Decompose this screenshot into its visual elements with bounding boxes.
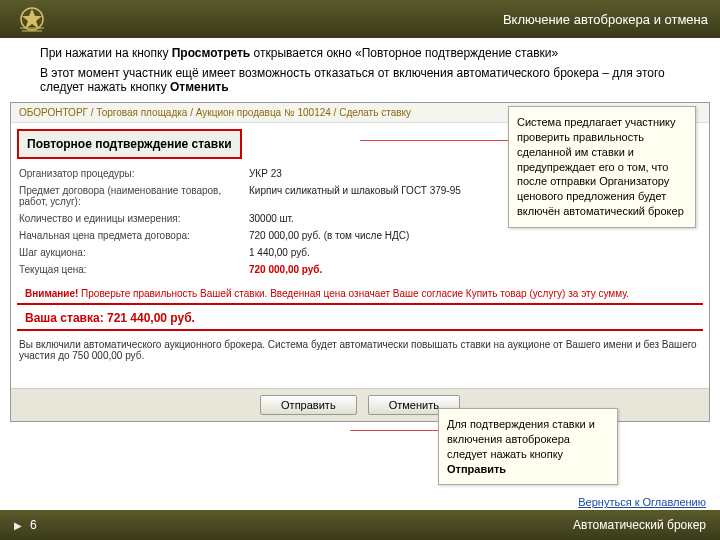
field-value-current-price: 720 000,00 руб. (249, 264, 322, 275)
slide-title: Включение автоброкера и отмена (503, 12, 708, 27)
connector-line (360, 140, 520, 141)
bid-row: Ваша ставка: 721 440,00 руб. (17, 307, 703, 331)
field-value: Кирпич силикатный и шлаковый ГОСТ 379-95 (249, 185, 461, 207)
return-to-toc-link[interactable]: Вернуться к Оглавлению (578, 496, 706, 508)
field-row: Текущая цена:720 000,00 руб. (19, 261, 701, 278)
callout-text: Для подтверждения ставки и включения авт… (447, 418, 595, 460)
field-label: Предмет договора (наименование товаров, … (19, 185, 249, 207)
callout-text: Система предлагает участнику проверить п… (517, 116, 684, 217)
callout-info-2: Для подтверждения ставки и включения авт… (438, 408, 618, 485)
field-row: Начальная цена предмета договора:720 000… (19, 227, 701, 244)
slide-footer: ▶6 Автоматический брокер (0, 510, 720, 540)
field-label: Шаг аукциона: (19, 247, 249, 258)
text-bold: Отменить (170, 80, 229, 94)
field-value: 1 440,00 руб. (249, 247, 310, 258)
text: При нажатии на кнопку (40, 46, 172, 60)
logo-emblem (12, 4, 52, 34)
footer-left: ▶6 (14, 518, 37, 532)
callout-info-1: Система предлагает участнику проверить п… (508, 106, 696, 228)
paragraph-2: В этот момент участник ещё имеет возможн… (40, 66, 680, 94)
section-title: Повторное подтверждение ставки (17, 129, 242, 159)
field-label: Организатор процедуры: (19, 168, 249, 179)
footer-title: Автоматический брокер (573, 518, 706, 532)
paragraph-1: При нажатии на кнопку Просмотреть открыв… (40, 46, 680, 60)
field-label: Количество и единицы измерения: (19, 213, 249, 224)
text: Проверьте правильность Вашей ставки. Вве… (78, 288, 629, 299)
text-bold: Внимание! (25, 288, 78, 299)
text-bold: Просмотреть (172, 46, 251, 60)
connector-line (350, 430, 440, 431)
field-label: Текущая цена: (19, 264, 249, 275)
bid-label: Ваша ставка: (25, 311, 107, 325)
field-row: Шаг аукциона:1 440,00 руб. (19, 244, 701, 261)
autobroker-note: Вы включили автоматического аукционного … (11, 335, 709, 365)
field-label: Начальная цена предмета договора: (19, 230, 249, 241)
text: открывается окно «Повторное подтверждени… (250, 46, 558, 60)
field-value: УКР 23 (249, 168, 282, 179)
slide-body: При нажатии на кнопку Просмотреть открыв… (0, 38, 720, 102)
text: В этот момент участник ещё имеет возможн… (40, 66, 665, 94)
page-number: 6 (30, 518, 37, 532)
bid-value: 721 440,00 руб. (107, 311, 195, 325)
send-button[interactable]: Отправить (260, 395, 357, 415)
triangle-icon: ▶ (14, 520, 22, 531)
slide-header: Включение автоброкера и отмена (0, 0, 720, 38)
field-value: 30000 шт. (249, 213, 294, 224)
text-bold: Отправить (447, 463, 506, 475)
warning-text: Внимание! Проверьте правильность Вашей с… (17, 284, 703, 305)
field-value: 720 000,00 руб. (в том числе НДС) (249, 230, 409, 241)
